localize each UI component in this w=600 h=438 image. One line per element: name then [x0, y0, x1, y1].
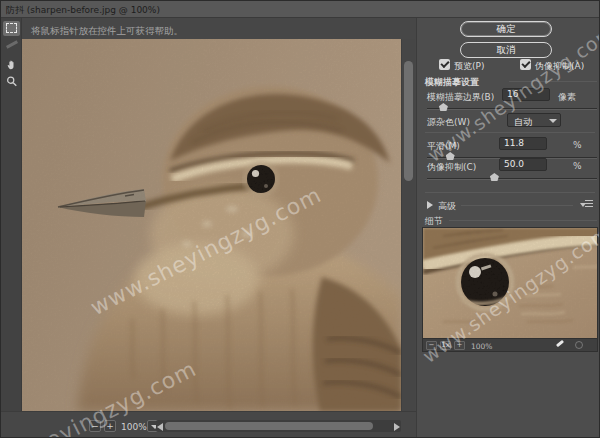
divider	[449, 220, 597, 221]
horizontal-scrollbar-thumb[interactable]	[165, 422, 373, 430]
blur-estimation-tool-button[interactable]	[3, 21, 20, 36]
blur-trace-bounds-slider[interactable]	[427, 102, 597, 111]
main-preview-image[interactable]	[22, 39, 401, 411]
loupe-zoom-level: 100%	[471, 342, 492, 351]
section-divider	[509, 81, 597, 82]
artifact-suppression-input[interactable]: 50.0	[499, 158, 547, 171]
tool-column	[1, 18, 22, 411]
slider-thumb[interactable]	[439, 103, 448, 111]
artifact-suppression-slider[interactable]	[427, 172, 597, 181]
dialog-titlebar[interactable]: 防抖 (sharpen-before.jpg @ 100%)	[1, 1, 600, 18]
settings-panel: 确定 取消 预览(P) 伪像抑制(A) 模糊描摹设置 模糊描摹边界(B) 16 …	[416, 18, 600, 438]
hint-text: 将鼠标指针放在控件上可获得帮助。	[31, 25, 183, 38]
horizontal-scrollbar[interactable]	[156, 420, 401, 432]
artifact-checkbox-label: 伪像抑制(A)	[535, 60, 584, 73]
options-row: 预览(P) 伪像抑制(A)	[417, 58, 600, 71]
detail-loupe-bar: − 1x + 100%	[422, 339, 598, 352]
source-noise-dropdown[interactable]: 自动	[507, 113, 561, 127]
source-noise-value: 自动	[514, 116, 532, 129]
enhance-at-loupe-icon[interactable]	[556, 340, 564, 347]
blur-direction-tool-button[interactable]	[3, 39, 20, 54]
blur-trace-bounds-input[interactable]: 16	[502, 88, 550, 101]
advanced-section-label[interactable]: 高级	[438, 200, 456, 213]
shake-reduction-dialog: 防抖 (sharpen-before.jpg @ 100%) 将鼠标指针放在控件…	[0, 0, 600, 438]
loupe-1x-button[interactable]: 1x	[440, 341, 451, 350]
divider	[425, 192, 595, 193]
blur-estimation-icon	[6, 23, 17, 33]
loupe-zoom-out-button[interactable]: −	[426, 341, 437, 350]
zoom-tool-button[interactable]	[3, 74, 20, 89]
detail-loupe-image[interactable]	[422, 227, 598, 339]
hand-tool-button[interactable]	[3, 57, 20, 72]
smoothing-unit: %	[573, 140, 582, 150]
zoom-in-button[interactable]: +	[104, 420, 116, 432]
slider-track	[427, 178, 597, 180]
magnifier-icon	[6, 75, 18, 88]
bird-photo	[22, 39, 401, 411]
chevron-down-icon	[549, 119, 557, 123]
refresh-icon[interactable]	[575, 341, 583, 349]
vertical-scrollbar[interactable]	[401, 39, 415, 411]
cancel-button[interactable]: 取消	[460, 42, 552, 58]
scroll-left-icon[interactable]	[157, 423, 163, 431]
scroll-right-icon[interactable]	[394, 423, 400, 431]
artifact-suppression-checkbox[interactable]	[520, 59, 531, 70]
smoothing-input[interactable]: 11.8	[499, 137, 547, 150]
divider	[425, 132, 595, 133]
panel-menu-icon[interactable]	[580, 200, 593, 209]
divider	[461, 205, 573, 206]
detail-bird-eye	[423, 228, 598, 339]
dialog-title: 防抖 (sharpen-before.jpg @ 100%)	[6, 4, 160, 17]
slider-thumb[interactable]	[490, 173, 499, 181]
blur-direction-icon	[6, 40, 18, 48]
vertical-scrollbar-thumb[interactable]	[404, 61, 413, 181]
source-noise-label: 源杂色(W)	[427, 116, 470, 129]
slider-thumb[interactable]	[446, 152, 455, 160]
hand-icon	[6, 58, 18, 71]
blur-trace-settings-title: 模糊描摹设置	[425, 76, 479, 89]
artifact-suppression-unit: %	[573, 161, 582, 171]
advanced-disclosure-icon[interactable]	[427, 201, 433, 209]
loupe-zoom-in-button[interactable]: +	[454, 341, 465, 350]
ok-button[interactable]: 确定	[460, 21, 552, 37]
slider-track	[427, 108, 597, 110]
preview-checkbox-label: 预览(P)	[454, 60, 484, 73]
preview-checkbox[interactable]	[439, 59, 450, 70]
zoom-level-value: 100%	[121, 422, 147, 432]
zoom-out-button[interactable]: −	[89, 420, 101, 432]
